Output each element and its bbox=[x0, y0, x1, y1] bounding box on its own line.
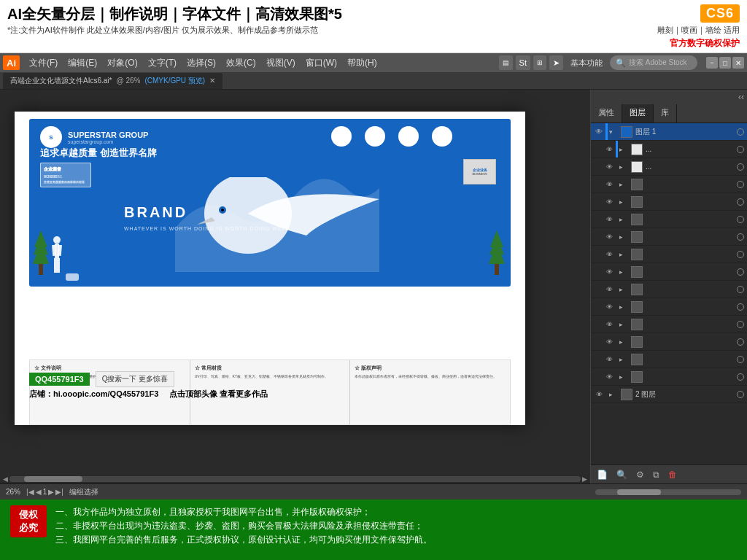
search-bar[interactable]: 🔍 搜索 Adobe Stock bbox=[610, 55, 697, 70]
layer-visibility-12[interactable]: 👁 bbox=[603, 318, 616, 331]
layer-target-10[interactable] bbox=[737, 286, 744, 293]
maximize-button[interactable]: □ bbox=[719, 57, 731, 69]
layer-target-layer2[interactable] bbox=[737, 391, 744, 398]
layer-visibility-4[interactable]: 👁 bbox=[603, 178, 616, 191]
layer-visibility-3[interactable]: 👁 bbox=[603, 160, 616, 174]
tab-properties[interactable]: 属性 bbox=[591, 104, 622, 122]
new-layer-button[interactable]: 📄 bbox=[594, 468, 611, 481]
nav-prev-button[interactable]: |◀ bbox=[26, 488, 34, 496]
layer-row-7[interactable]: 👁 ▸ bbox=[591, 228, 747, 246]
expand-10[interactable]: ▸ bbox=[619, 286, 630, 293]
nav-back-button[interactable]: ◀ bbox=[36, 488, 42, 496]
canvas-area[interactable]: 沈阳图网 沈阳图网 沈阳图网 沈阳图网 沈阳图网 沈阳图网 沈阳图网 S bbox=[0, 90, 590, 483]
expand-4[interactable]: ▸ bbox=[619, 181, 630, 188]
expand-11[interactable]: ▸ bbox=[619, 303, 630, 311]
layer-row-1[interactable]: 👁 ▾ 图层 1 bbox=[591, 123, 747, 141]
layer-target-6[interactable] bbox=[737, 216, 744, 223]
menu-text[interactable]: 文字(T) bbox=[143, 55, 182, 71]
tab-close-button[interactable]: ✕ bbox=[209, 77, 215, 85]
layer-visibility-14[interactable]: 👁 bbox=[603, 353, 616, 366]
expand-13[interactable]: ▸ bbox=[619, 338, 630, 346]
layer-row-12[interactable]: 👁 ▸ bbox=[591, 316, 747, 333]
expand-3[interactable]: ▸ bbox=[619, 163, 630, 171]
layer-row-14[interactable]: 👁 ▸ bbox=[591, 351, 747, 368]
menu-effect[interactable]: 效果(C) bbox=[221, 55, 261, 71]
layer-target-7[interactable] bbox=[737, 233, 744, 241]
workspace-label[interactable]: 基本功能 bbox=[566, 56, 607, 70]
expand-15[interactable]: ▸ bbox=[619, 373, 630, 381]
nav-last-button[interactable]: ▶| bbox=[55, 488, 63, 496]
h-scroll-thumb[interactable] bbox=[24, 476, 82, 482]
menu-window[interactable]: 窗口(W) bbox=[301, 55, 342, 71]
delete-layer-button[interactable]: 🗑 bbox=[665, 468, 680, 481]
active-document-tab[interactable]: 高端企业文化墙源文件AIcs6.ai* @ 26% (CMYK/GPU 预览) … bbox=[3, 73, 222, 89]
layer-target-15[interactable] bbox=[737, 373, 744, 381]
layer-row-10[interactable]: 👁 ▸ bbox=[591, 281, 747, 298]
expand-14[interactable]: ▸ bbox=[619, 356, 630, 363]
toolbar-icon-1[interactable]: ▤ bbox=[499, 55, 513, 70]
h-scroll-track[interactable] bbox=[9, 476, 581, 482]
toolbar-icon-share[interactable]: ➤ bbox=[549, 55, 563, 70]
search-layer-button[interactable]: 🔍 bbox=[614, 468, 630, 481]
menu-help[interactable]: 帮助(H) bbox=[342, 55, 382, 71]
toolbar-icon-st[interactable]: St bbox=[516, 55, 530, 70]
expand-2[interactable]: ▸ bbox=[619, 146, 630, 153]
menu-view[interactable]: 视图(V) bbox=[261, 55, 301, 71]
tab-layers[interactable]: 图层 bbox=[622, 104, 654, 122]
expand-7[interactable]: ▸ bbox=[619, 233, 630, 241]
menu-edit[interactable]: 编辑(E) bbox=[63, 55, 102, 71]
layer-target-4[interactable] bbox=[737, 181, 744, 188]
layer-visibility-8[interactable]: 👁 bbox=[603, 248, 616, 261]
layer-visibility-6[interactable]: 👁 bbox=[603, 213, 616, 226]
layer-visibility-13[interactable]: 👁 bbox=[603, 335, 616, 349]
layer-row-8[interactable]: 👁 ▸ bbox=[591, 246, 747, 263]
layer-row-4[interactable]: 👁 ▸ bbox=[591, 176, 747, 193]
layer-visibility-11[interactable]: 👁 bbox=[603, 300, 616, 314]
minimize-button[interactable]: － bbox=[706, 57, 718, 69]
layer-visibility-2[interactable]: 👁 bbox=[603, 143, 616, 156]
layer-row-layer2[interactable]: 👁 ▸ 2 图层 bbox=[591, 386, 747, 403]
duplicate-layer-button[interactable]: ⧉ bbox=[650, 468, 662, 481]
layer-target-1[interactable] bbox=[737, 128, 744, 136]
layer-target-3[interactable] bbox=[737, 163, 744, 171]
layer-row-5[interactable]: 👁 ▸ bbox=[591, 193, 747, 211]
expand-layer2[interactable]: ▸ bbox=[609, 391, 619, 398]
menu-object[interactable]: 对象(O) bbox=[102, 55, 142, 71]
layer-target-13[interactable] bbox=[737, 338, 744, 346]
scroll-right-arrow[interactable]: ▶ bbox=[582, 475, 587, 483]
layer-row-3[interactable]: 👁 ▸ ... bbox=[591, 158, 747, 176]
layer-row-11[interactable]: 👁 ▸ bbox=[591, 298, 747, 316]
expand-9[interactable]: ▸ bbox=[619, 268, 630, 276]
expand-12[interactable]: ▸ bbox=[619, 321, 630, 328]
layer-row-9[interactable]: 👁 ▸ bbox=[591, 263, 747, 281]
layer-target-2[interactable] bbox=[737, 146, 744, 153]
layer-target-5[interactable] bbox=[737, 198, 744, 206]
expand-8[interactable]: ▸ bbox=[619, 251, 630, 258]
h-scroll-bar[interactable] bbox=[595, 489, 741, 495]
expand-5[interactable]: ▸ bbox=[619, 198, 630, 206]
layer-target-8[interactable] bbox=[737, 251, 744, 258]
layer-visibility-5[interactable]: 👁 bbox=[603, 195, 616, 209]
layer-visibility-7[interactable]: 👁 bbox=[603, 230, 616, 244]
menu-select[interactable]: 选择(S) bbox=[182, 55, 221, 71]
layer-options-button[interactable]: ⚙ bbox=[633, 468, 647, 481]
layer-visibility-15[interactable]: 👁 bbox=[603, 370, 616, 384]
tab-library[interactable]: 库 bbox=[654, 104, 677, 122]
layer-visibility-1[interactable]: 👁 bbox=[592, 125, 605, 139]
layer-row-6[interactable]: 👁 ▸ bbox=[591, 211, 747, 228]
expand-6[interactable]: ▸ bbox=[619, 216, 630, 223]
layer-target-11[interactable] bbox=[737, 303, 744, 311]
horizontal-scrollbar[interactable]: ◀ ▶ bbox=[0, 475, 590, 483]
toolbar-icon-grid[interactable]: ⊞ bbox=[533, 55, 546, 70]
layer-target-9[interactable] bbox=[737, 268, 744, 276]
layer-row-15[interactable]: 👁 ▸ bbox=[591, 368, 747, 386]
menu-file[interactable]: 文件(F) bbox=[24, 55, 63, 71]
scroll-left-arrow[interactable]: ◀ bbox=[3, 475, 8, 483]
layer-target-14[interactable] bbox=[737, 356, 744, 363]
layers-list[interactable]: 👁 ▾ 图层 1 👁 ▸ ... 👁 ▸ ... bbox=[591, 123, 747, 464]
layer-row-2[interactable]: 👁 ▸ ... bbox=[591, 141, 747, 158]
layer-visibility-10[interactable]: 👁 bbox=[603, 283, 616, 296]
layer-row-13[interactable]: 👁 ▸ bbox=[591, 333, 747, 351]
zoom-display[interactable]: 26% bbox=[6, 488, 20, 496]
expand-1[interactable]: ▾ bbox=[609, 128, 619, 136]
